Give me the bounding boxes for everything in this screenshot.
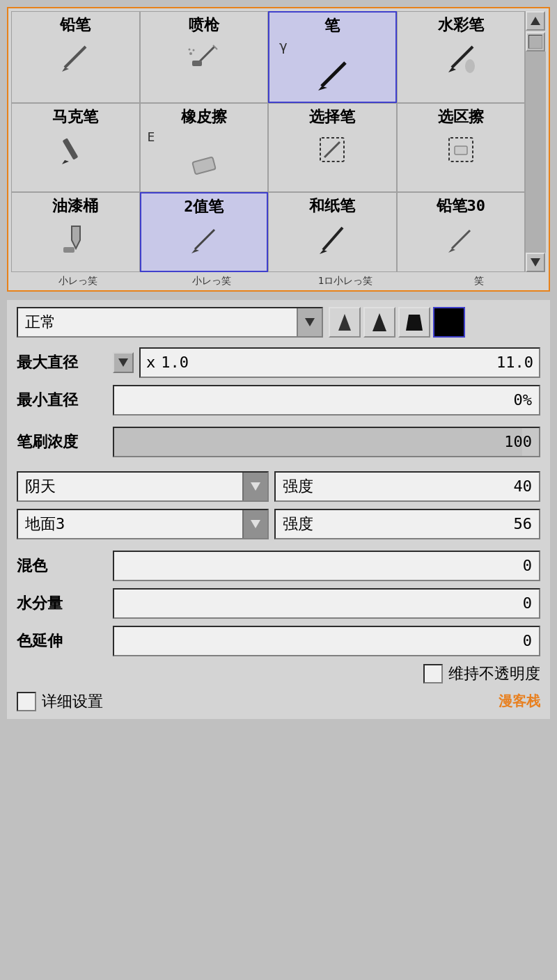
blend-mode-arrow[interactable]: [297, 308, 322, 336]
svg-rect-19: [455, 146, 467, 155]
binary-pen-icon: [187, 221, 221, 262]
texture1-arrow-icon: [251, 482, 260, 491]
tip-sharp-button[interactable]: [329, 307, 361, 338]
svg-rect-13: [63, 138, 79, 160]
tool-pen[interactable]: 笔 γ: [268, 11, 397, 103]
svg-line-0: [65, 47, 86, 68]
svg-line-22: [195, 230, 214, 249]
svg-point-5: [189, 52, 192, 55]
tool-eraser[interactable]: 橡皮擦 E: [140, 103, 269, 191]
svg-marker-23: [191, 249, 199, 253]
texture2-strength-box: 强度 56: [274, 509, 540, 539]
min-diameter-row: 最小直径 0%: [17, 385, 540, 416]
svg-marker-11: [448, 68, 456, 72]
svg-line-8: [322, 63, 345, 86]
selection-pen-icon: [315, 132, 350, 173]
svg-marker-9: [318, 86, 327, 90]
selection-eraser-icon: [444, 132, 478, 173]
tip-flat-button[interactable]: [398, 307, 430, 338]
brush-density-slider[interactable]: 100: [113, 427, 540, 457]
texture2-select[interactable]: 地面3: [17, 509, 269, 539]
scroll-mid-button[interactable]: [526, 32, 545, 52]
scroll-up-icon: [531, 17, 540, 25]
svg-marker-30: [406, 315, 423, 331]
tool-selection-eraser[interactable]: 选区擦: [397, 103, 526, 191]
color-extend-row: 色延伸 0: [17, 626, 540, 656]
texture2-row: 地面3 强度 56: [17, 509, 540, 539]
blend-mode-select[interactable]: 正常: [17, 307, 323, 338]
detail-settings-row: 详细设置 漫客栈: [17, 691, 540, 712]
svg-point-7: [188, 49, 190, 51]
svg-rect-15: [192, 157, 216, 174]
maintain-opacity-checkbox[interactable]: [423, 664, 443, 683]
mix-row: 混色 0: [17, 551, 540, 581]
scroll-down-button[interactable]: [526, 253, 545, 272]
min-diameter-field[interactable]: 0%: [113, 385, 540, 416]
pencil30-icon: [444, 221, 478, 261]
scroll-thumb: [528, 35, 542, 49]
tool-marker[interactable]: 马克笔: [11, 103, 140, 191]
scroll-track: [526, 52, 546, 253]
max-diameter-row: 最大直径 x 1.0 11.0: [17, 347, 540, 378]
eraser-icon: [187, 147, 221, 187]
svg-marker-25: [320, 250, 327, 254]
tool-washi-pen[interactable]: 和纸笔: [268, 192, 397, 272]
tip-custom-button[interactable]: [433, 307, 465, 338]
maintain-opacity-row: 维持不透明度: [17, 663, 540, 684]
mix-field[interactable]: 0: [113, 551, 540, 581]
tool-pencil[interactable]: 铅笔: [11, 11, 140, 103]
max-diameter-field[interactable]: x 1.0 11.0: [139, 347, 540, 378]
detail-settings-checkbox[interactable]: [17, 692, 36, 711]
max-diameter-arrow-icon: [118, 358, 128, 367]
tool-scrollbar: [525, 11, 546, 272]
tool-fill[interactable]: 油漆桶: [11, 192, 140, 272]
tool-grid: 铅笔 喷枪 笔: [11, 11, 525, 272]
svg-marker-29: [372, 313, 386, 331]
tool-watercolor[interactable]: 水彩笔: [397, 11, 526, 103]
tool-binary-pen[interactable]: 2值笔: [140, 192, 269, 272]
texture1-row: 阴天 强度 40: [17, 471, 540, 502]
scroll-down-icon: [531, 258, 540, 267]
blend-mode-label: 正常: [18, 308, 297, 336]
tool-airbrush[interactable]: 喷枪: [140, 11, 269, 103]
tip-custom-icon: [441, 315, 457, 330]
tool-selection-pen[interactable]: 选择笔: [268, 103, 397, 191]
pencil-icon: [58, 40, 93, 80]
tip-medium-button[interactable]: [363, 307, 395, 338]
tool-grid-wrapper: 铅笔 喷枪 笔: [11, 11, 546, 272]
texture2-arrow[interactable]: [242, 510, 267, 538]
tool-pencil30[interactable]: 铅笔30: [397, 192, 526, 272]
pen-icon: [315, 57, 350, 97]
marker-icon: [58, 132, 93, 173]
water-field[interactable]: 0: [113, 588, 540, 619]
tip-shapes: [329, 307, 540, 338]
watermark: 漫客栈: [499, 692, 540, 711]
max-diameter-arrow-button[interactable]: [113, 352, 134, 373]
tool-row4-labels: 小レっ笑 小レっ笑 1ロ小レっ笑 笑: [11, 272, 546, 287]
blend-mode-row: 正常: [17, 307, 540, 338]
water-row: 水分量 0: [17, 588, 540, 619]
svg-rect-3: [192, 61, 202, 66]
color-extend-field[interactable]: 0: [113, 626, 540, 656]
svg-marker-1: [62, 68, 69, 72]
settings-panel: 正常 最大直径 x 1.0 11: [7, 300, 550, 719]
svg-marker-14: [62, 160, 69, 164]
texture2-arrow-icon: [251, 520, 260, 528]
svg-marker-28: [338, 314, 351, 331]
svg-line-17: [324, 142, 340, 157]
blend-mode-arrow-icon: [305, 318, 315, 326]
texture1-arrow[interactable]: [242, 473, 267, 500]
svg-point-12: [465, 59, 475, 73]
svg-point-6: [192, 49, 194, 52]
svg-marker-27: [448, 248, 455, 253]
svg-rect-21: [63, 247, 74, 253]
svg-marker-20: [72, 226, 80, 248]
washi-pen-icon: [315, 221, 350, 261]
brush-density-row: 笔刷浓度 100: [17, 427, 540, 457]
watercolor-icon: [444, 40, 478, 80]
fill-icon: [58, 221, 93, 261]
airbrush-icon: [187, 40, 221, 80]
texture1-select[interactable]: 阴天: [17, 471, 269, 502]
svg-line-24: [323, 228, 343, 250]
scroll-up-button[interactable]: [526, 11, 545, 31]
